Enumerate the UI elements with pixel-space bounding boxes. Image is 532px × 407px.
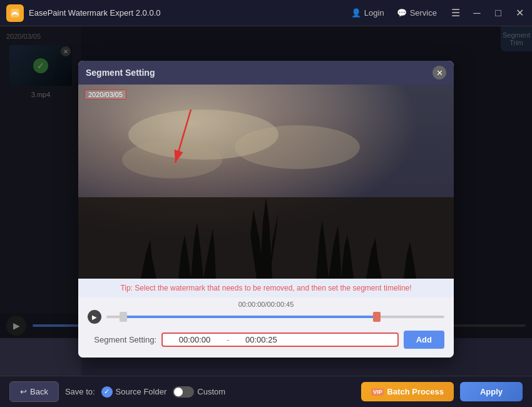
timeline-rail[interactable] bbox=[106, 316, 444, 318]
batch-process-label: Batch Process bbox=[387, 387, 444, 396]
login-nav-item[interactable]: 👤 Login bbox=[351, 8, 384, 18]
svg-point-1 bbox=[14, 12, 16, 14]
timeline-info: 00:00:00/00:00:45 bbox=[88, 301, 444, 308]
back-button[interactable]: ↩ Back bbox=[9, 381, 59, 402]
svg-point-4 bbox=[235, 125, 360, 169]
save-to-label: Save to: bbox=[65, 387, 95, 396]
video-background: 2020/03/05 bbox=[78, 85, 454, 279]
login-label: Login bbox=[364, 8, 384, 18]
segment-setting-modal: Segment Setting ✕ bbox=[78, 61, 454, 358]
modal-timeline: 00:00:00/00:00:45 ▶ Segment Setting: bbox=[78, 297, 454, 358]
vip-icon: VIP bbox=[371, 388, 384, 396]
modal-tip: Tip: Select the watermark that needs to … bbox=[78, 279, 454, 297]
segment-setting-row: Segment Setting: - Add bbox=[88, 327, 444, 353]
segment-dash: - bbox=[227, 335, 229, 344]
app-window: EasePaint Watermark Expert 2.0.0.0 👤 Log… bbox=[0, 0, 532, 407]
source-folder-label: Source Folder bbox=[116, 387, 167, 396]
hamburger-icon[interactable]: ☰ bbox=[449, 7, 462, 19]
back-arrow-icon: ↩ bbox=[20, 387, 27, 396]
chat-icon: 💬 bbox=[397, 8, 407, 18]
custom-toggle-wrapper: Custom bbox=[173, 386, 225, 398]
app-title: EasePaint Watermark Expert 2.0.0.0 bbox=[29, 8, 351, 18]
timeline-play-btn[interactable]: ▶ bbox=[88, 310, 101, 324]
modal-close-button[interactable]: ✕ bbox=[432, 66, 446, 80]
minimize-icon[interactable]: ─ bbox=[471, 8, 483, 19]
timeline-handle-left[interactable] bbox=[120, 312, 127, 322]
bottom-bar: ↩ Back Save to: ✓ Source Folder Custom V… bbox=[0, 376, 532, 407]
service-label: Service bbox=[410, 8, 437, 18]
toggle-dot bbox=[174, 388, 183, 396]
video-sky-svg bbox=[78, 85, 454, 279]
timeline-handle-right[interactable] bbox=[373, 312, 381, 322]
segment-setting-label: Segment Setting: bbox=[88, 335, 156, 344]
modal-title-bar: Segment Setting ✕ bbox=[78, 61, 454, 85]
title-bar-controls: ☰ ─ □ ✕ bbox=[449, 7, 526, 19]
title-bar: EasePaint Watermark Expert 2.0.0.0 👤 Log… bbox=[0, 0, 532, 26]
segment-input-group: - bbox=[161, 332, 399, 347]
timeline-track[interactable]: ▶ bbox=[88, 311, 444, 323]
modal-video-preview: 2020/03/05 bbox=[78, 85, 454, 279]
timeline-filled bbox=[123, 316, 377, 318]
source-folder-check-icon: ✓ bbox=[101, 386, 113, 398]
user-icon: 👤 bbox=[351, 8, 361, 18]
custom-toggle[interactable] bbox=[173, 386, 194, 398]
source-folder-checkbox[interactable]: ✓ Source Folder bbox=[101, 386, 167, 398]
segment-start-input[interactable] bbox=[166, 335, 223, 344]
apply-button[interactable]: Apply bbox=[460, 382, 523, 401]
modal-overlay: Segment Setting ✕ bbox=[0, 26, 532, 338]
modal-title: Segment Setting bbox=[86, 68, 155, 78]
back-label: Back bbox=[30, 387, 48, 396]
maximize-icon[interactable]: □ bbox=[492, 8, 504, 19]
title-bar-nav: 👤 Login 💬 Service bbox=[351, 8, 437, 18]
custom-label: Custom bbox=[197, 387, 225, 396]
content-area: 2020/03/05 ✕ ✓ 3.mp4 Segment Trim ▶ bbox=[0, 26, 532, 376]
service-nav-item[interactable]: 💬 Service bbox=[397, 8, 437, 18]
svg-point-5 bbox=[122, 141, 222, 178]
batch-process-button[interactable]: VIP Batch Process bbox=[361, 382, 454, 401]
segment-end-input[interactable] bbox=[233, 335, 289, 344]
video-watermark-label: 2020/03/05 bbox=[84, 90, 126, 100]
window-close-icon[interactable]: ✕ bbox=[513, 7, 526, 19]
add-segment-button[interactable]: Add bbox=[404, 331, 444, 349]
app-logo bbox=[6, 4, 24, 22]
